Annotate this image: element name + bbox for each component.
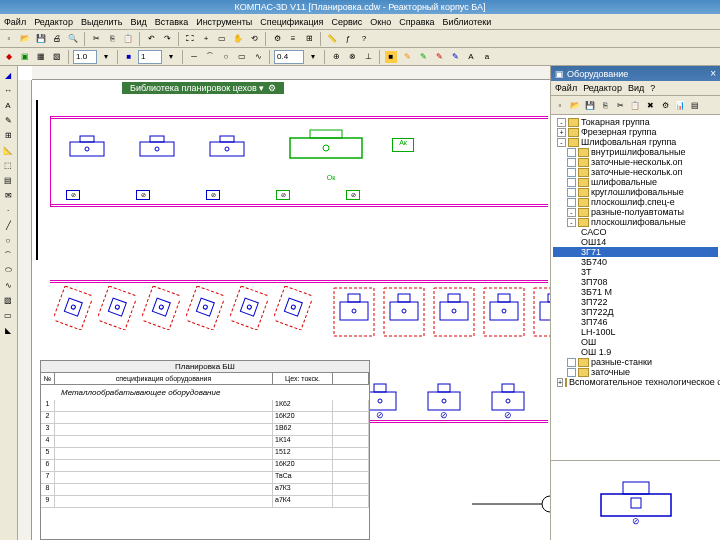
panel-tool-icon[interactable]: ✂ xyxy=(613,98,627,112)
tool-icon[interactable]: ▦ xyxy=(34,50,48,64)
open-icon[interactable]: 📂 xyxy=(18,32,32,46)
tool-icon[interactable]: ■ xyxy=(122,50,136,64)
menu-window[interactable]: Окно xyxy=(370,17,391,27)
menu-spec[interactable]: Спецификация xyxy=(260,17,323,27)
tree-item[interactable]: -Токарная группа xyxy=(553,117,718,127)
measure-icon[interactable]: 📐 xyxy=(1,143,15,157)
expand-icon[interactable]: - xyxy=(557,138,566,147)
geom-icon[interactable]: ◢ xyxy=(1,68,15,82)
style-icon[interactable]: ✎ xyxy=(432,50,446,64)
preview-icon[interactable]: 🔍 xyxy=(66,32,80,46)
tree-item[interactable]: заточные xyxy=(553,367,718,377)
panel-tool-icon[interactable]: ▤ xyxy=(688,98,702,112)
tree-item[interactable]: заточные-нескольк.оп xyxy=(553,167,718,177)
line-icon[interactable]: ─ xyxy=(187,50,201,64)
menu-tools[interactable]: Инструменты xyxy=(196,17,252,27)
panel-menu-editor[interactable]: Редактор xyxy=(583,83,622,93)
pan-icon[interactable]: ✋ xyxy=(231,32,245,46)
checkbox[interactable] xyxy=(567,358,576,367)
expand-icon[interactable]: - xyxy=(567,218,576,227)
panel-tool-icon[interactable]: 💾 xyxy=(583,98,597,112)
measure-icon[interactable]: 📏 xyxy=(325,32,339,46)
dropdown-icon[interactable]: ▾ xyxy=(99,50,113,64)
layer-input[interactable] xyxy=(138,50,162,64)
segment-icon[interactable]: ╱ xyxy=(1,218,15,232)
tool-icon[interactable]: ▣ xyxy=(18,50,32,64)
ellipse-icon[interactable]: ⬭ xyxy=(1,263,15,277)
tree-item[interactable]: +Фрезерная группа xyxy=(553,127,718,137)
scale-input[interactable] xyxy=(73,50,97,64)
tree-item[interactable]: LH-100L xyxy=(553,327,718,337)
tree-item[interactable]: разные-станки xyxy=(553,357,718,367)
tree-item[interactable]: 3Б71 М xyxy=(553,287,718,297)
arc2-icon[interactable]: ⌒ xyxy=(1,248,15,262)
panel-tool-icon[interactable]: ⎘ xyxy=(598,98,612,112)
snap-icon[interactable]: ⊕ xyxy=(329,50,343,64)
close-icon[interactable]: × xyxy=(710,68,716,79)
checkbox[interactable] xyxy=(567,148,576,157)
expand-icon[interactable]: - xyxy=(557,118,566,127)
spline-icon[interactable]: ∿ xyxy=(251,50,265,64)
undo-icon[interactable]: ↶ xyxy=(144,32,158,46)
tree-item[interactable]: -Шлифовальная группа xyxy=(553,137,718,147)
panel-tool-icon[interactable]: 📋 xyxy=(628,98,642,112)
tree-item[interactable]: ОШ 1.9 xyxy=(553,347,718,357)
checkbox[interactable] xyxy=(567,158,576,167)
paste-icon[interactable]: 📋 xyxy=(121,32,135,46)
checkbox[interactable] xyxy=(567,178,576,187)
expand-icon[interactable]: + xyxy=(557,128,566,137)
style-icon[interactable]: ✎ xyxy=(448,50,462,64)
drawing-canvas[interactable]: Библиотека планировок цехов ▾ ⚙ xyxy=(18,66,550,540)
panel-tool-icon[interactable]: ✖ xyxy=(643,98,657,112)
copy-icon[interactable]: ⎘ xyxy=(105,32,119,46)
arc-icon[interactable]: ⌒ xyxy=(203,50,217,64)
zoom-fit-icon[interactable]: ⛶ xyxy=(183,32,197,46)
tree-item[interactable]: заточные-нескольк.оп xyxy=(553,157,718,167)
select-icon[interactable]: ⬚ xyxy=(1,158,15,172)
variables-icon[interactable]: ƒ xyxy=(341,32,355,46)
panel-tool-icon[interactable]: ⚙ xyxy=(658,98,672,112)
tool-icon[interactable]: ▧ xyxy=(50,50,64,64)
tree-item[interactable]: 3П722 xyxy=(553,297,718,307)
tree-item[interactable]: внутришлифовальные xyxy=(553,147,718,157)
tree-item[interactable]: 3Г71 xyxy=(553,247,718,257)
tool-icon[interactable]: ◆ xyxy=(2,50,16,64)
menu-editor[interactable]: Редактор xyxy=(34,17,73,27)
panel-menu-help[interactable]: ? xyxy=(650,83,655,93)
dropdown-icon[interactable]: ▾ xyxy=(164,50,178,64)
spec-table[interactable]: Планировка БШ № спецификация оборудовани… xyxy=(40,360,370,540)
menu-view[interactable]: Вид xyxy=(130,17,146,27)
menu-help[interactable]: Справка xyxy=(399,17,434,27)
dropdown-icon[interactable]: ▾ xyxy=(306,50,320,64)
redo-icon[interactable]: ↷ xyxy=(160,32,174,46)
circle-icon[interactable]: ○ xyxy=(219,50,233,64)
expand-icon[interactable]: + xyxy=(557,378,563,387)
panel-tool-icon[interactable]: ▫ xyxy=(553,98,567,112)
circle2-icon[interactable]: ○ xyxy=(1,233,15,247)
value-input[interactable] xyxy=(274,50,304,64)
checkbox[interactable] xyxy=(567,168,576,177)
cut-icon[interactable]: ✂ xyxy=(89,32,103,46)
style-icon[interactable]: ✎ xyxy=(416,50,430,64)
rect2-icon[interactable]: ▭ xyxy=(1,308,15,322)
new-icon[interactable]: ▫ xyxy=(2,32,16,46)
edit-icon[interactable]: ✎ xyxy=(1,113,15,127)
help-icon[interactable]: ? xyxy=(357,32,371,46)
tree-item[interactable]: +Вспомогательное технологическое оборудо… xyxy=(553,377,718,387)
zoom-in-icon[interactable]: + xyxy=(199,32,213,46)
style-icon[interactable]: A xyxy=(464,50,478,64)
ortho-icon[interactable]: ⊥ xyxy=(361,50,375,64)
menu-service[interactable]: Сервис xyxy=(332,17,363,27)
spec-icon[interactable]: ▤ xyxy=(1,173,15,187)
tree-item[interactable]: -разные-полуавтоматы xyxy=(553,207,718,217)
tree-item[interactable]: 3П708 xyxy=(553,277,718,287)
grid-icon[interactable]: ⊞ xyxy=(302,32,316,46)
save-icon[interactable]: 💾 xyxy=(34,32,48,46)
panel-menu-view[interactable]: Вид xyxy=(628,83,644,93)
tree-item[interactable]: ОШ xyxy=(553,337,718,347)
point-icon[interactable]: · xyxy=(1,203,15,217)
tree-item[interactable]: круглошлифовальные xyxy=(553,187,718,197)
snap-icon[interactable]: ⊗ xyxy=(345,50,359,64)
checkbox[interactable] xyxy=(567,198,576,207)
chamfer-icon[interactable]: ◣ xyxy=(1,323,15,337)
